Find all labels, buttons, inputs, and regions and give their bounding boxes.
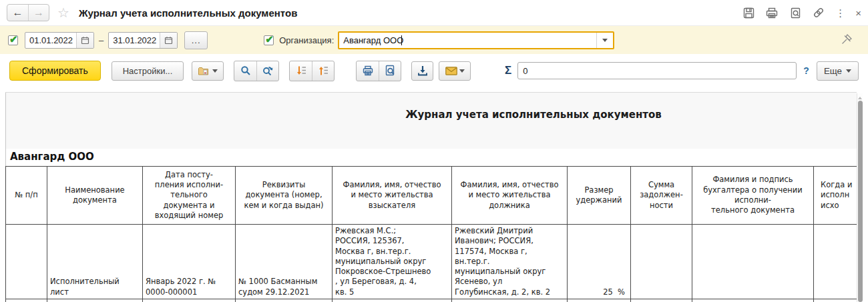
checkmark-icon: ✔ — [265, 33, 274, 45]
settings-button[interactable]: Настройки... — [112, 61, 184, 81]
help-button[interactable]: ? — [803, 65, 809, 76]
expand-groups-icon[interactable] — [290, 61, 312, 81]
report-title: Журнал учета исполнительных документов — [6, 109, 857, 121]
group-level-group — [289, 61, 335, 81]
nav-history-group: ← → — [7, 4, 49, 21]
report-table: № п/п Наименование документа Дата посту-… — [5, 166, 857, 302]
link-icon[interactable] — [812, 6, 825, 19]
scrollbar-thumb[interactable] — [858, 101, 863, 302]
triangle-up-icon — [858, 97, 862, 99]
titlebar: ← → ☆ Журнал учета исполнительных докуме… — [0, 0, 868, 25]
header-requisites: Реквизиты документа (номер, кем и когда … — [236, 167, 333, 225]
header-debtor: Фамилия, имя, отчество и место жительств… — [452, 167, 568, 225]
text-cursor — [401, 35, 402, 45]
search-next-icon[interactable] — [256, 61, 278, 81]
table-row-partial — [6, 299, 857, 302]
sigma-icon: Σ — [505, 64, 511, 77]
chevron-down-icon — [212, 69, 218, 73]
more-menu-icon[interactable]: ⋮ — [835, 8, 845, 18]
calendar-icon[interactable] — [76, 33, 93, 48]
cell-requisites: № 1000 Басманным судом 29.12.2021 — [236, 225, 333, 299]
vertical-scrollbar[interactable] — [857, 93, 863, 302]
search-group — [234, 61, 279, 81]
date-to-field — [108, 32, 178, 49]
preview-icon[interactable] — [789, 6, 802, 19]
date-from-field — [25, 32, 94, 49]
organization-dropdown-button[interactable] — [596, 33, 613, 48]
more-actions-label: Еще — [824, 66, 842, 76]
date-from-input[interactable] — [25, 35, 76, 45]
date-range-separator: – — [99, 35, 103, 45]
app-window: ← → ☆ Журнал учета исполнительных докуме… — [0, 0, 868, 302]
envelope-icon — [445, 67, 457, 75]
organization-input[interactable] — [339, 35, 596, 45]
sum-cluster: Σ ? Еще — [505, 61, 859, 81]
report-variants-button[interactable] — [192, 61, 224, 81]
organization-label: Организация: — [279, 35, 334, 45]
more-actions-button[interactable]: Еще — [817, 61, 859, 81]
date-to-input[interactable] — [109, 35, 160, 45]
cell-receipt: Январь 2022 г. № 0000-000001 — [143, 225, 236, 299]
cell-withhold: 25 % — [568, 225, 631, 299]
send-email-button[interactable] — [439, 61, 471, 81]
cell-debt — [631, 225, 692, 299]
header-claimant: Фамилия, имя, отчество и место жительств… — [333, 167, 452, 225]
cell-debtor: Ржевский Дмитрий Иванович; РОССИЯ, 11757… — [452, 225, 568, 299]
header-receipt: Дата посту- пления исполни- тельного док… — [143, 167, 236, 225]
back-button[interactable]: ← — [7, 5, 28, 21]
autosum-input[interactable] — [517, 62, 797, 79]
header-doc-name: Наименование документа — [47, 167, 143, 225]
filter-bar: ✔ – ... ✔ Организация: — [0, 25, 868, 54]
chevron-down-icon — [846, 69, 851, 73]
cell-num — [6, 225, 47, 299]
cell-accountant — [692, 225, 814, 299]
cell-claimant: Ржевская М.С.; РОССИЯ, 125367, Москва г,… — [333, 225, 452, 299]
collapse-groups-icon[interactable] — [312, 61, 334, 81]
print-preview-icon[interactable] — [379, 61, 401, 81]
favorite-star-icon[interactable]: ☆ — [57, 6, 69, 19]
folder-icon — [198, 65, 210, 77]
checkmark-icon: ✔ — [9, 33, 18, 45]
chevron-down-icon — [602, 39, 608, 42]
save-report-icon[interactable] — [411, 61, 433, 81]
period-more-button[interactable]: ... — [184, 31, 208, 49]
cell-sent — [814, 225, 857, 299]
chevron-down-icon — [459, 69, 465, 73]
titlebar-actions: ⋮ × — [742, 6, 861, 19]
header-accountant: Фамилия и подпись бухгалтера о получении… — [692, 167, 814, 225]
print-group — [356, 61, 401, 81]
page-title: Журнал учета исполнительных документов — [79, 7, 297, 19]
pin-icon[interactable] — [840, 33, 853, 48]
table-header-row: № п/п Наименование документа Дата посту-… — [6, 167, 857, 225]
report-spreadsheet: Журнал учета исполнительных документов А… — [5, 92, 857, 302]
period-checkbox[interactable]: ✔ — [8, 35, 18, 45]
header-debt: Сумма задолжен- ности — [631, 167, 692, 225]
calendar-icon[interactable] — [160, 33, 177, 48]
report-header-band: Журнал учета исполнительных документов — [5, 93, 857, 149]
cell-doc-name: Исполнительный лист — [47, 225, 143, 299]
report-organization: Авангард ООО — [5, 149, 857, 166]
generate-button[interactable]: Сформировать — [9, 61, 101, 81]
search-icon[interactable] — [234, 61, 256, 81]
organization-combo — [338, 31, 614, 49]
close-icon[interactable]: × — [855, 8, 861, 18]
save-icon[interactable] — [742, 6, 755, 19]
report-toolbar: Сформировать Настройки... — [0, 54, 868, 87]
header-num: № п/п — [6, 167, 47, 225]
header-sent: Когда и исполн исхо — [814, 167, 857, 225]
table-row: Исполнительный лист Январь 2022 г. № 000… — [6, 225, 857, 299]
scroll-up-arrow[interactable] — [857, 93, 863, 99]
organization-checkbox[interactable]: ✔ — [264, 35, 274, 45]
print-icon[interactable] — [357, 61, 379, 81]
print-icon[interactable] — [765, 6, 779, 19]
forward-button[interactable]: → — [28, 5, 49, 21]
header-withhold: Размер удержаний — [568, 167, 631, 225]
